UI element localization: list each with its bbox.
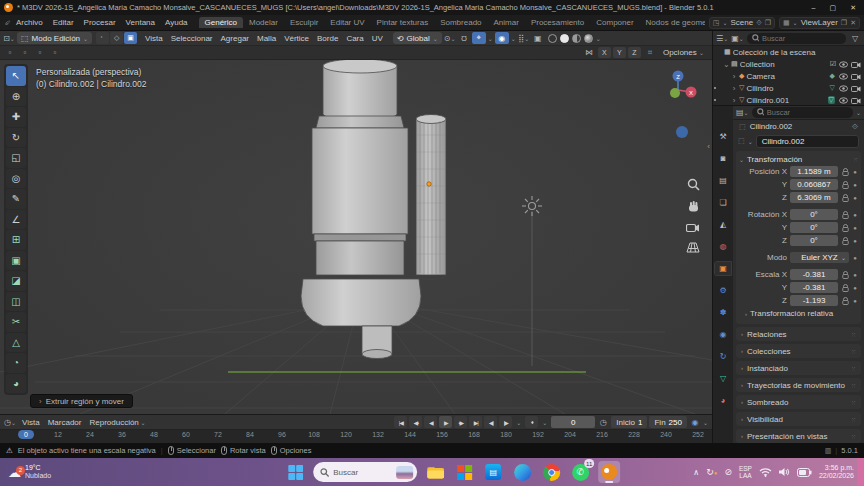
value-field[interactable]: 0° <box>790 222 838 233</box>
workspace-tab[interactable]: Procesamiento <box>525 17 590 28</box>
snap-target-icon[interactable]: ⌗ <box>644 47 656 59</box>
snap-magnet-icon[interactable]: Ω <box>458 32 470 44</box>
workspace-tab[interactable]: Editar UV <box>324 17 370 28</box>
tool-button[interactable]: ⊞ <box>6 230 26 250</box>
tool-button[interactable]: ✂ <box>6 312 26 332</box>
disable-render-camera-icon[interactable] <box>851 61 861 68</box>
chrome-icon[interactable] <box>540 461 562 483</box>
weather-widget[interactable]: ☁ 2 19°C Nublado <box>0 464 59 481</box>
transform-panel-header[interactable]: ⌄ Transformación ⁙ <box>739 153 858 165</box>
pin-id-icon[interactable]: ⟐ <box>852 122 858 132</box>
animate-dot-icon[interactable]: ● <box>852 255 858 261</box>
blender-taskbar-icon[interactable] <box>598 461 620 483</box>
tool-button[interactable]: ↖ <box>6 66 26 86</box>
properties-tab[interactable]: ⚒ <box>715 130 731 143</box>
viewport-menu-item[interactable]: UV <box>368 34 387 43</box>
solid-shading-icon[interactable] <box>560 34 569 43</box>
bing-daily-image[interactable] <box>396 466 413 479</box>
tray-update-icon[interactable]: ↻● <box>706 467 717 477</box>
gizmo-toggle-icon[interactable]: ⣿⌄ <box>518 32 530 44</box>
value-field[interactable]: 6.3069 m <box>790 192 838 203</box>
collapsed-panel[interactable]: › Sombreado ⁙ <box>736 395 861 409</box>
animate-dot-icon[interactable]: ● <box>852 169 858 175</box>
expand-chevron-icon[interactable]: › <box>731 96 737 105</box>
viewlayer-selector[interactable]: ▦⌄ ViewLayer ❐ ✕ <box>779 17 860 29</box>
microsoft-365-icon[interactable] <box>453 461 475 483</box>
lock-icon[interactable] <box>841 181 849 189</box>
value-field[interactable]: -0.381 <box>790 282 838 293</box>
disable-render-camera-icon[interactable] <box>851 97 861 104</box>
workspace-tab[interactable]: Pintar texturas <box>371 17 435 28</box>
outliner-search-input[interactable] <box>762 34 841 43</box>
show-desktop-strip[interactable] <box>857 458 864 486</box>
navigation-gizmo[interactable]: Z X <box>658 68 698 110</box>
scene-selector[interactable]: ◳⌄ Scene ⟐ ❐ <box>709 17 775 29</box>
taskbar-search[interactable]: Buscar <box>313 462 417 482</box>
viewport-canvas[interactable]: Personalizada (perspectiva) (0) Cilindro… <box>0 60 712 414</box>
exclude-checkbox[interactable]: ☑ <box>830 60 836 68</box>
outliner-row[interactable]: › ▽ Cilindro.001 ▽ ◆ ☑ <box>713 94 864 106</box>
mode-dropdown[interactable]: ⬚ Modo Edición⌄ <box>17 32 92 44</box>
properties-tab[interactable]: ▣ <box>715 262 731 275</box>
animate-dot-icon[interactable]: ● <box>852 195 858 201</box>
timeline-editor-type-icon[interactable]: ◷⌄ <box>4 416 16 428</box>
maximize-button[interactable]: ▢ <box>830 4 837 12</box>
value-field[interactable]: -0.381 <box>790 269 838 280</box>
tool-settings-icon-1[interactable]: ▫ <box>4 47 16 59</box>
editor-type-icon[interactable]: ⊡⌄ <box>3 32 15 44</box>
value-field[interactable]: -1.193 <box>790 295 838 306</box>
rendered-shading-icon[interactable] <box>584 34 593 43</box>
properties-tab[interactable]: ◍ <box>715 240 731 253</box>
extensions-icon[interactable]: ▥ <box>825 447 832 455</box>
edge-icon[interactable] <box>511 461 533 483</box>
properties-editor-type-icon[interactable]: ▤⌄ <box>736 106 749 118</box>
properties-tab[interactable]: ↻ <box>715 350 731 363</box>
collapsed-panel[interactable]: › Relaciones ⁙ <box>736 327 861 341</box>
expand-chevron-icon[interactable]: › <box>731 84 737 93</box>
properties-tab[interactable]: ▽ <box>715 372 731 385</box>
select-mode-button[interactable]: ⠂ <box>96 32 109 44</box>
properties-tab[interactable]: ❏ <box>715 196 731 209</box>
workspace-tab[interactable]: Esculpir <box>284 17 324 28</box>
disable-render-camera-icon[interactable] <box>851 85 861 92</box>
viewport-menu-item[interactable]: Vértice <box>280 34 313 43</box>
animate-dot-icon[interactable]: ● <box>852 225 858 231</box>
timeline-menu-item[interactable]: Marcador <box>44 418 86 427</box>
close-button[interactable]: ✕ <box>850 4 856 12</box>
collapsed-panel[interactable]: › Colecciones ⁙ <box>736 344 861 358</box>
viewport-menu-item[interactable]: Vista <box>141 34 167 43</box>
menu-item[interactable]: Procesar <box>79 18 121 27</box>
lock-icon[interactable] <box>841 194 849 202</box>
value-field[interactable]: 0° <box>790 209 838 220</box>
viewport-menu-item[interactable]: Malla <box>253 34 280 43</box>
viewport-menu-item[interactable]: Agregar <box>217 34 253 43</box>
animate-dot-icon[interactable]: ● <box>852 298 858 304</box>
collapsed-panel[interactable]: › Presentación en vistas ⁙ <box>736 429 861 443</box>
timeline-menu-item[interactable]: Vista <box>18 418 44 427</box>
tool-button[interactable]: ◎ <box>6 169 26 189</box>
operator-panel[interactable]: ›Extruir región y mover <box>30 394 133 408</box>
lock-icon[interactable] <box>841 271 849 279</box>
expand-chevron-icon[interactable]: ⌄ <box>723 60 729 69</box>
playback-button[interactable]: ◀ <box>424 416 437 428</box>
playback-button[interactable]: ▶| <box>469 416 482 428</box>
language-indicator[interactable]: ESPLAA <box>739 465 752 479</box>
animate-dot-icon[interactable]: ● <box>852 238 858 244</box>
tool-button[interactable]: ∠ <box>6 210 26 230</box>
panel-grip-icon[interactable]: ⁙ <box>853 156 858 163</box>
properties-search[interactable] <box>752 107 853 118</box>
remove-viewlayer-icon[interactable]: ✕ <box>850 19 856 27</box>
timeline-ruler[interactable]: 0122436486072849610812013214415616818019… <box>0 430 712 444</box>
viewport-menu-item[interactable]: Borde <box>313 34 342 43</box>
volume-icon[interactable] <box>779 467 790 477</box>
tool-settings-icon-2[interactable]: ▫ <box>19 47 31 59</box>
properties-tab[interactable]: ✽ <box>715 306 731 319</box>
select-mode-button[interactable]: ◇ <box>110 32 123 44</box>
pin-icon[interactable]: ⟐ <box>756 19 762 27</box>
orientation-dropdown[interactable]: ⟲ Global⌄ <box>393 32 442 44</box>
animate-dot-icon[interactable]: ● <box>852 182 858 188</box>
outliner-display-mode-icon[interactable]: ▣⌄ <box>731 32 744 44</box>
file-explorer-icon[interactable] <box>424 461 446 483</box>
hide-eye-icon[interactable] <box>839 61 848 68</box>
properties-tab[interactable]: ◉ <box>715 328 731 341</box>
